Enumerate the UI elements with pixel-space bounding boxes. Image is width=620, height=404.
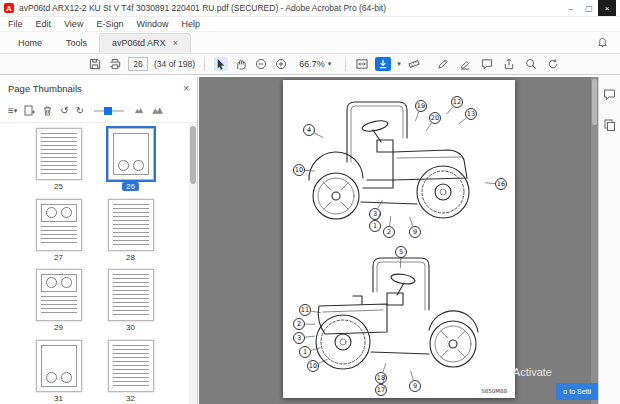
menu-item-esign[interactable]: E-Sign	[96, 19, 123, 29]
comment-icon[interactable]	[480, 57, 494, 71]
thumbnail-page-number[interactable]: 27	[50, 253, 67, 262]
menu-item-window[interactable]: Window	[136, 19, 168, 29]
right-tool-strip	[598, 77, 620, 404]
toolbar-separator	[204, 58, 205, 71]
page-thumbnail[interactable]	[36, 269, 82, 321]
svg-text:2: 2	[296, 320, 300, 328]
menu-item-help[interactable]: Help	[181, 19, 200, 29]
comments-panel-icon[interactable]	[603, 87, 616, 105]
document-scrollbar[interactable]	[591, 77, 598, 404]
thumb-figure-preview	[41, 204, 77, 222]
content-area: Page Thumbnails × ≡▾ ↺ ↻ 25262	[0, 77, 620, 404]
slider-handle[interactable]	[104, 107, 112, 115]
page-thumbnail[interactable]	[36, 128, 82, 180]
panel-close-icon[interactable]: ×	[183, 83, 189, 94]
menu-item-file[interactable]: File	[8, 19, 23, 29]
thumbnail-grid: 2526272829303132	[0, 123, 189, 404]
panel-scrollbar-thumb[interactable]	[190, 126, 196, 184]
zoom-out-icon[interactable]	[254, 57, 268, 71]
page-thumbnail[interactable]	[108, 199, 154, 251]
measure-tool-icon[interactable]	[407, 57, 421, 71]
pdf-page[interactable]: 41920121316103129	[283, 80, 515, 398]
tab-tools[interactable]: Tools	[54, 34, 99, 53]
page-thumbnail[interactable]	[108, 340, 154, 392]
rotate-right-icon[interactable]: ↻	[76, 105, 84, 116]
insert-pages-icon[interactable]	[24, 105, 35, 116]
thumbnail-page-number[interactable]: 31	[50, 394, 67, 403]
share-icon[interactable]	[502, 57, 516, 71]
thumbnail-page-number[interactable]: 29	[50, 323, 67, 332]
minimize-button[interactable]: –	[562, 0, 580, 16]
svg-text:17: 17	[376, 386, 384, 394]
roller-illustration-bottom	[316, 258, 478, 369]
svg-text:10: 10	[294, 166, 302, 174]
svg-text:2: 2	[386, 228, 390, 236]
page-thumbnail[interactable]	[36, 199, 82, 251]
thumbnails-toolbar: ≡▾ ↺ ↻	[0, 99, 197, 123]
menu-item-view[interactable]: View	[64, 19, 83, 29]
notifications-bell-icon[interactable]	[597, 37, 608, 50]
select-tool-icon[interactable]	[214, 57, 228, 71]
page-thumbnail[interactable]	[108, 269, 154, 321]
export-caret-icon[interactable]: ▾	[397, 60, 401, 68]
highlighter-icon[interactable]	[458, 57, 472, 71]
page-number-input[interactable]: 26	[128, 57, 148, 71]
thumb-text-preview	[113, 204, 149, 246]
svg-text:3: 3	[296, 334, 300, 342]
document-scrollbar-thumb[interactable]	[592, 79, 597, 125]
zoom-level-dropdown[interactable]: 66.7% ▾	[294, 57, 336, 71]
thumbnail-page-number[interactable]: 32	[122, 394, 139, 403]
document-view-area: 41920121316103129	[199, 77, 598, 404]
panel-title: Page Thumbnails	[8, 83, 82, 94]
thumbnail-page-number[interactable]: 30	[122, 323, 139, 332]
attachments-panel-icon[interactable]	[603, 117, 616, 135]
thumbnail-options-icon[interactable]: ≡▾	[8, 105, 17, 116]
menu-item-edit[interactable]: Edit	[36, 19, 52, 29]
delete-pages-icon[interactable]	[42, 105, 53, 116]
panel-scrollbar[interactable]	[189, 123, 197, 404]
tab-document[interactable]: avP06td ARX12-2 ... ×	[99, 33, 191, 53]
page-code-label: S850M88	[481, 388, 507, 394]
svg-text:9: 9	[412, 382, 416, 390]
page-thumbnail[interactable]	[108, 128, 154, 180]
zoom-out-thumbnails-icon[interactable]	[134, 105, 144, 116]
thumbnail-page-number[interactable]: 28	[122, 253, 139, 262]
search-icon[interactable]	[524, 57, 538, 71]
svg-text:11: 11	[300, 306, 308, 314]
print-icon[interactable]	[108, 57, 122, 71]
page-thumbnails-panel: Page Thumbnails × ≡▾ ↺ ↻ 25262	[0, 77, 198, 404]
hand-tool-icon[interactable]	[234, 57, 248, 71]
thumbnail-size-slider[interactable]	[94, 110, 124, 112]
settings-toast: o to Setti	[556, 383, 598, 400]
svg-text:16: 16	[496, 180, 504, 188]
sync-icon[interactable]	[546, 57, 560, 71]
svg-text:10: 10	[308, 362, 316, 370]
page-thumbnail[interactable]	[36, 340, 82, 392]
fit-width-icon[interactable]	[355, 57, 369, 71]
rotate-left-icon[interactable]: ↺	[60, 105, 68, 116]
thumb-text-preview	[113, 274, 149, 316]
save-icon[interactable]	[88, 57, 102, 71]
svg-text:1: 1	[372, 222, 376, 230]
tab-close-icon[interactable]: ×	[173, 38, 178, 48]
thumb-figure-preview	[113, 133, 149, 175]
zoom-in-thumbnails-icon[interactable]	[151, 105, 164, 117]
thumb-text-preview	[41, 296, 77, 316]
menu-bar: File Edit View E-Sign Window Help	[0, 17, 620, 32]
close-button[interactable]: ×	[598, 0, 616, 16]
page-count-label: (34 of 198)	[154, 59, 195, 69]
zoom-level-value: 66.7%	[299, 59, 325, 69]
zoom-in-icon[interactable]	[274, 57, 288, 71]
callouts-bottom-figure: 5112311018179	[293, 247, 420, 396]
fill-sign-pen-icon[interactable]	[436, 57, 450, 71]
main-toolbar: 26 (34 of 198) 66.7% ▾ ▾	[0, 54, 620, 75]
activate-watermark: Activate	[513, 366, 552, 378]
thumbnail-page-number[interactable]: 26	[122, 182, 139, 191]
export-pdf-icon[interactable]	[375, 57, 391, 71]
roller-illustration-top	[308, 102, 468, 219]
maximize-button[interactable]: ▢	[580, 0, 598, 16]
thumbnail-page-number[interactable]: 25	[50, 182, 67, 191]
tab-home[interactable]: Home	[6, 34, 54, 53]
svg-text:20: 20	[430, 114, 438, 122]
acrobat-logo-icon: A	[4, 3, 14, 13]
